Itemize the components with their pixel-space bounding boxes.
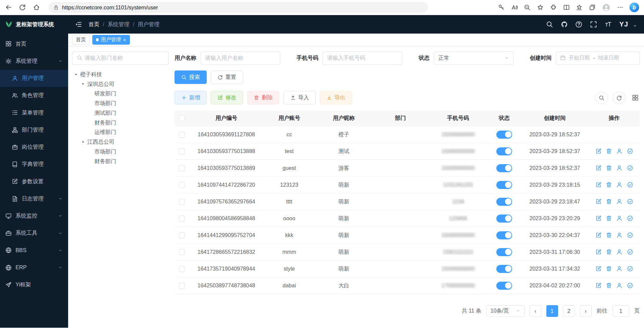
collections-icon[interactable] — [589, 4, 596, 11]
sidebar-item-9[interactable]: 日志管理 — [0, 190, 68, 207]
tab-close-icon[interactable]: × — [123, 37, 126, 42]
date-range-picker[interactable]: 开始日期 - 结束日期 — [556, 51, 640, 65]
sidebar-item-7[interactable]: 字典管理 — [0, 156, 68, 173]
delete-button[interactable]: 删除 — [247, 91, 280, 104]
sidebar-item-12[interactable]: BBS — [0, 242, 68, 259]
status-toggle[interactable] — [496, 248, 512, 256]
address-bar[interactable]: https://ccnetcore.com:1101/system/user — [48, 2, 428, 13]
key-icon[interactable] — [498, 4, 505, 11]
row-assign-role-button[interactable] — [627, 215, 633, 222]
row-reset-password-button[interactable] — [616, 198, 623, 205]
page-button-2[interactable]: 2 — [563, 305, 575, 317]
row-reset-password-button[interactable] — [616, 215, 623, 222]
status-select[interactable]: 正常 — [434, 51, 514, 65]
tree-node[interactable]: 运维部门 — [72, 128, 169, 137]
table-refresh-button[interactable] — [613, 92, 626, 104]
row-delete-button[interactable] — [606, 182, 612, 188]
username-input[interactable] — [201, 51, 281, 65]
next-page-button[interactable]: › — [580, 305, 592, 317]
row-delete-button[interactable] — [606, 249, 612, 255]
date-end-placeholder[interactable]: 结束日期 — [598, 54, 619, 61]
row-checkbox[interactable] — [179, 249, 185, 255]
date-start-placeholder[interactable]: 开始日期 — [569, 54, 590, 61]
profile-avatar[interactable] — [602, 3, 610, 12]
export-button[interactable]: 导出 — [320, 91, 352, 104]
collapse-sidebar-icon[interactable] — [75, 21, 82, 28]
row-edit-button[interactable] — [595, 249, 602, 255]
tree-node[interactable]: 市场部门 — [72, 99, 169, 108]
dept-search-box[interactable] — [72, 51, 169, 65]
row-reset-password-button[interactable] — [616, 232, 623, 238]
tree-node[interactable]: 财务部门 — [72, 156, 169, 166]
caret-down-icon[interactable] — [81, 140, 85, 144]
sidebar-item-8[interactable]: 参数设置 — [0, 173, 68, 190]
extensions-icon[interactable] — [550, 4, 557, 11]
bing-copilot-icon[interactable]: b — [630, 3, 639, 12]
row-edit-button[interactable] — [595, 148, 602, 154]
status-toggle[interactable] — [496, 181, 512, 189]
row-assign-role-button[interactable] — [627, 249, 633, 255]
dept-search-input[interactable] — [85, 55, 164, 61]
row-edit-button[interactable] — [595, 215, 602, 222]
sidebar-item-6[interactable]: 岗位管理 — [0, 139, 68, 156]
search-icon[interactable] — [546, 21, 553, 28]
phone-input[interactable] — [323, 51, 402, 65]
row-edit-button[interactable] — [595, 165, 602, 171]
row-edit-button[interactable] — [595, 232, 602, 238]
github-icon[interactable] — [561, 21, 568, 28]
row-assign-role-button[interactable] — [627, 266, 633, 272]
row-edit-button[interactable] — [595, 182, 602, 188]
sidebar-item-3[interactable]: 角色管理 — [0, 87, 68, 104]
browser-refresh-icon[interactable] — [19, 4, 26, 11]
row-checkbox[interactable] — [179, 216, 185, 222]
status-toggle[interactable] — [496, 147, 512, 155]
favorites-bar-icon[interactable] — [576, 4, 583, 11]
row-reset-password-button[interactable] — [616, 148, 623, 154]
sidebar-item-4[interactable]: 菜单管理 — [0, 104, 68, 121]
row-checkbox[interactable] — [179, 165, 185, 171]
table-columns-button[interactable] — [631, 93, 640, 103]
split-screen-icon[interactable] — [563, 4, 570, 11]
select-all-checkbox[interactable] — [179, 115, 185, 121]
question-icon[interactable] — [575, 21, 582, 28]
read-aloud-icon[interactable] — [511, 4, 518, 11]
breadcrumb-item[interactable]: 首页 — [89, 21, 100, 28]
row-delete-button[interactable] — [606, 165, 612, 171]
status-toggle[interactable] — [496, 131, 512, 139]
tree-node[interactable]: 市场部门 — [72, 147, 169, 157]
tree-node[interactable]: 江西总公司 — [72, 137, 169, 147]
row-assign-role-button[interactable] — [627, 282, 633, 289]
row-delete-button[interactable] — [606, 266, 612, 272]
tree-node[interactable]: 深圳总公司 — [72, 79, 169, 89]
row-reset-password-button[interactable] — [616, 165, 623, 171]
row-assign-role-button[interactable] — [627, 232, 633, 238]
row-reset-password-button[interactable] — [616, 182, 623, 188]
row-reset-password-button[interactable] — [616, 266, 623, 272]
sidebar-item-1[interactable]: 系统管理 — [0, 52, 68, 69]
row-assign-role-button[interactable] — [627, 182, 633, 188]
row-assign-role-button[interactable] — [627, 148, 633, 154]
fullscreen-icon[interactable] — [590, 21, 597, 28]
caret-down-icon[interactable] — [81, 82, 85, 86]
row-checkbox[interactable] — [179, 232, 185, 238]
row-delete-button[interactable] — [606, 232, 612, 238]
row-assign-role-button[interactable] — [627, 165, 633, 171]
status-toggle[interactable] — [496, 231, 512, 239]
sidebar-item-11[interactable]: 系统工具 — [0, 225, 68, 242]
row-edit-button[interactable] — [595, 282, 602, 289]
status-toggle[interactable] — [496, 265, 512, 273]
sidebar-item-14[interactable]: Yi框架 — [0, 276, 68, 293]
status-toggle[interactable] — [496, 282, 512, 290]
fontsize-icon[interactable] — [605, 21, 612, 28]
table-search-button[interactable] — [595, 92, 608, 104]
edit-button[interactable]: 修改 — [211, 91, 243, 104]
tree-node[interactable]: 橙子科技 — [72, 70, 169, 80]
prev-page-button[interactable]: ‹ — [530, 305, 541, 317]
tab-user-management[interactable]: 用户管理 × — [92, 35, 130, 45]
status-toggle[interactable] — [496, 164, 512, 172]
row-reset-password-button[interactable] — [616, 249, 623, 255]
row-delete-button[interactable] — [606, 215, 612, 222]
row-assign-role-button[interactable] — [627, 198, 633, 205]
browser-home-icon[interactable] — [33, 4, 40, 11]
sidebar-item-13[interactable]: ERP — [0, 259, 68, 276]
